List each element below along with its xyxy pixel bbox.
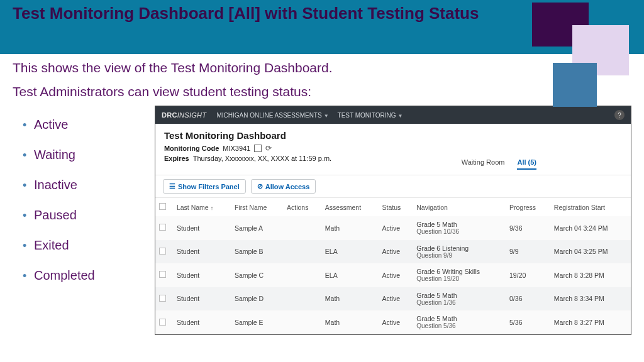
cell-progress: 0/36 bbox=[506, 287, 550, 311]
cell-last-name: Student bbox=[173, 310, 231, 334]
col-last-name[interactable]: Last Name↑ bbox=[173, 198, 231, 216]
expires-label: Expires bbox=[164, 155, 189, 162]
cell-status: Active bbox=[379, 263, 413, 287]
cell-first-name: Sample E bbox=[231, 310, 283, 334]
monitoring-code-row: Monitoring Code MIX3941 bbox=[164, 145, 622, 152]
table-row: StudentSample AMathActiveGrade 5 MathQue… bbox=[155, 216, 631, 240]
intro-line-2: Test Administrators can view student tes… bbox=[13, 84, 631, 99]
cell-status: Active bbox=[379, 240, 413, 264]
cell-registration-start: March 8 3:34 PM bbox=[550, 287, 631, 311]
cell-actions bbox=[283, 287, 321, 311]
top-nav: MICHIGAN ONLINE ASSESSMENTS▼ TEST MONITO… bbox=[216, 112, 402, 119]
status-item: Exited bbox=[34, 238, 148, 253]
nav-assessments[interactable]: MICHIGAN ONLINE ASSESSMENTS▼ bbox=[216, 112, 328, 119]
cell-status: Active bbox=[379, 310, 413, 334]
status-item: Active bbox=[34, 118, 148, 132]
cell-status: Active bbox=[379, 287, 413, 311]
col-navigation[interactable]: Navigation bbox=[413, 198, 506, 216]
refresh-icon[interactable] bbox=[265, 145, 273, 152]
nav-assessments-label: MICHIGAN ONLINE ASSESSMENTS bbox=[216, 112, 321, 119]
row-checkbox[interactable] bbox=[159, 319, 166, 326]
row-checkbox[interactable] bbox=[159, 271, 166, 278]
filter-icon: ☰ bbox=[169, 182, 175, 190]
students-table: Last Name↑ First Name Actions Assessment… bbox=[155, 198, 631, 334]
col-actions[interactable]: Actions bbox=[283, 198, 321, 216]
cell-first-name: Sample D bbox=[231, 287, 283, 311]
cell-navigation: Grade 5 MathQuestion 5/36 bbox=[413, 310, 506, 334]
cell-navigation: Grade 5 MathQuestion 10/36 bbox=[413, 216, 506, 240]
status-item: Completed bbox=[34, 268, 148, 283]
cell-assessment: Math bbox=[321, 216, 379, 240]
slide-intro: This shows the view of the Test Monitori… bbox=[0, 54, 644, 335]
chevron-down-icon: ▼ bbox=[324, 113, 329, 119]
tab-waiting-room[interactable]: Waiting Room bbox=[462, 158, 505, 170]
cell-actions bbox=[283, 240, 321, 264]
col-progress[interactable]: Progress bbox=[506, 198, 550, 216]
show-filters-button[interactable]: ☰Show Filters Panel bbox=[163, 179, 246, 194]
app-topbar: DRCINSIGHT MICHIGAN ONLINE ASSESSMENTS▼ … bbox=[155, 106, 631, 124]
chevron-down-icon: ▼ bbox=[398, 113, 403, 119]
cell-assessment: ELA bbox=[321, 263, 379, 287]
cell-first-name: Sample A bbox=[231, 216, 283, 240]
show-filters-label: Show Filters Panel bbox=[178, 183, 240, 190]
nav-test-monitoring-label: TEST MONITORING bbox=[338, 112, 396, 119]
status-item: Waiting bbox=[34, 148, 148, 162]
cell-registration-start: March 8 3:28 PM bbox=[550, 263, 631, 287]
cell-actions bbox=[283, 310, 321, 334]
table-row: StudentSample CELAActiveGrade 6 Writing … bbox=[155, 263, 631, 287]
table-row: StudentSample BELAActiveGrade 6 Listenin… bbox=[155, 240, 631, 264]
expires-value: Thursday, Xxxxxxxx, XX, XXXX at 11:59 p.… bbox=[193, 155, 332, 162]
tab-all[interactable]: All (5) bbox=[517, 158, 536, 170]
slide-title: Test Monitoring Dashboard [All] with Stu… bbox=[13, 3, 503, 24]
col-first-name[interactable]: First Name bbox=[231, 198, 283, 216]
table-row: StudentSample DMathActiveGrade 5 MathQue… bbox=[155, 287, 631, 311]
col-last-name-label: Last Name bbox=[177, 204, 209, 211]
cell-last-name: Student bbox=[173, 287, 231, 311]
cell-last-name: Student bbox=[173, 240, 231, 264]
table-row: StudentSample EMathActiveGrade 5 MathQue… bbox=[155, 310, 631, 334]
toolbar: ☰Show Filters Panel ⊘Allow Access bbox=[155, 175, 631, 198]
cell-actions bbox=[283, 216, 321, 240]
help-icon[interactable]: ? bbox=[614, 110, 625, 120]
monitoring-code-label: Monitoring Code bbox=[164, 145, 219, 152]
cell-navigation: Grade 6 Writing SkillsQuestion 19/20 bbox=[413, 263, 506, 287]
col-status[interactable]: Status bbox=[379, 198, 413, 216]
status-list: Active Waiting Inactive Paused Exited Co… bbox=[13, 108, 148, 335]
cell-registration-start: March 8 3:27 PM bbox=[550, 310, 631, 334]
row-checkbox[interactable] bbox=[159, 295, 166, 302]
cell-assessment: Math bbox=[321, 310, 379, 334]
col-assessment[interactable]: Assessment bbox=[321, 198, 379, 216]
row-checkbox[interactable] bbox=[159, 248, 166, 255]
cell-status: Active bbox=[379, 216, 413, 240]
cell-assessment: Math bbox=[321, 287, 379, 311]
cell-progress: 19/20 bbox=[506, 263, 550, 287]
tabs: Waiting Room All (5) bbox=[462, 158, 536, 170]
cell-registration-start: March 04 3:24 PM bbox=[550, 216, 631, 240]
sort-asc-icon: ↑ bbox=[211, 205, 214, 211]
app-window: DRCINSIGHT MICHIGAN ONLINE ASSESSMENTS▼ … bbox=[155, 106, 631, 335]
row-checkbox[interactable] bbox=[159, 224, 166, 231]
block-icon: ⊘ bbox=[257, 182, 263, 190]
cell-first-name: Sample B bbox=[231, 240, 283, 264]
cell-navigation: Grade 6 ListeningQuestion 9/9 bbox=[413, 240, 506, 264]
cell-navigation: Grade 5 MathQuestion 1/36 bbox=[413, 287, 506, 311]
cell-last-name: Student bbox=[173, 263, 231, 287]
cell-first-name: Sample C bbox=[231, 263, 283, 287]
status-item: Paused bbox=[34, 208, 148, 222]
app-header: Test Monitoring Dashboard Monitoring Cod… bbox=[155, 124, 631, 168]
brand-drc: DRC bbox=[162, 111, 177, 119]
expires-row: Expires Thursday, Xxxxxxxx, XX, XXXX at … bbox=[164, 155, 622, 162]
page-title: Test Monitoring Dashboard bbox=[164, 130, 622, 141]
brand-insight: INSIGHT bbox=[177, 111, 207, 119]
copy-icon[interactable] bbox=[254, 145, 262, 152]
table-header-row: Last Name↑ First Name Actions Assessment… bbox=[155, 198, 631, 216]
cell-last-name: Student bbox=[173, 216, 231, 240]
allow-access-label: Allow Access bbox=[265, 183, 310, 190]
cell-registration-start: March 04 3:25 PM bbox=[550, 240, 631, 264]
allow-access-button[interactable]: ⊘Allow Access bbox=[251, 179, 316, 194]
select-all-checkbox[interactable] bbox=[159, 203, 166, 210]
cell-progress: 9/9 bbox=[506, 240, 550, 264]
intro-line-1: This shows the view of the Test Monitori… bbox=[13, 60, 631, 75]
nav-test-monitoring[interactable]: TEST MONITORING▼ bbox=[338, 112, 403, 119]
col-registration-start[interactable]: Registration Start bbox=[550, 198, 631, 216]
